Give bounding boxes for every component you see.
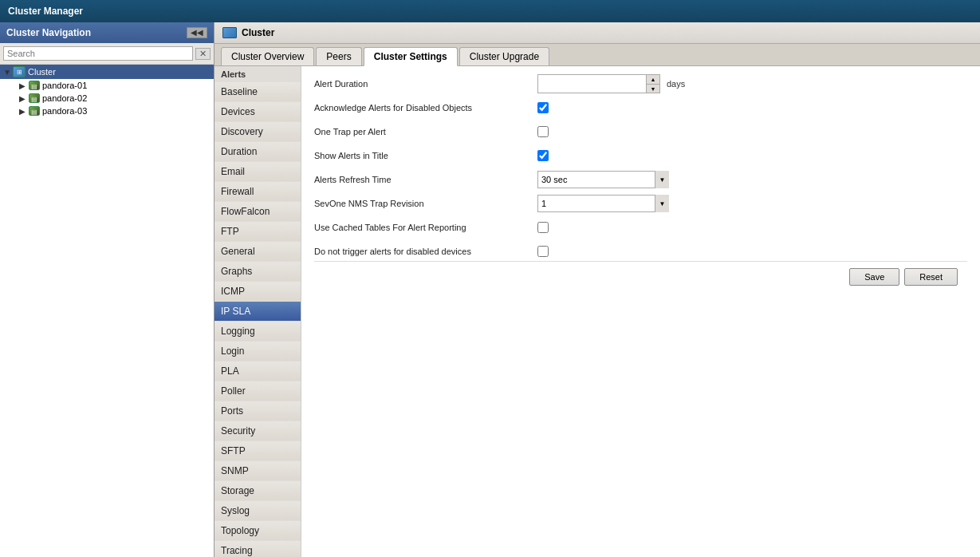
trap-revision-select[interactable]: 1 2 3 [537, 195, 669, 212]
show-alerts-title-label: Show Alerts in Title [314, 151, 537, 160]
main-panel: Alerts Baseline Devices Discovery Durati… [214, 66, 980, 557]
cluster-icon: ⊞ [13, 66, 26, 77]
acknowledge-alerts-checkbox[interactable] [537, 102, 549, 113]
search-input[interactable] [3, 46, 193, 61]
no-trigger-disabled-control [537, 246, 549, 257]
tree-container: ▼ ⊞ Cluster ▶ ▤ pandora-01 ▶ ▤ pandora-0… [0, 65, 214, 557]
sidebar-collapse-button[interactable]: ◀◀ [187, 27, 207, 38]
show-alerts-title-row: Show Alerts in Title [314, 146, 967, 165]
app-title: Cluster Manager [8, 6, 83, 17]
alerts-refresh-select[interactable]: 10 sec 30 sec 1 min 5 min [537, 171, 669, 188]
spinner-down-button[interactable]: ▼ [647, 84, 659, 93]
alert-duration-spinner: 365 ▲ ▼ [537, 74, 660, 93]
tree-label-cluster: Cluster [28, 67, 56, 77]
cached-tables-label: Use Cached Tables For Alert Reporting [314, 223, 537, 232]
alerts-refresh-row: Alerts Refresh Time 10 sec 30 sec 1 min … [314, 170, 967, 189]
show-alerts-title-checkbox[interactable] [537, 150, 549, 161]
action-bar: Save Reset [314, 261, 967, 292]
alert-duration-input[interactable]: 365 [538, 75, 646, 93]
sidebar-item-ip-sla[interactable]: IP SLA [214, 302, 301, 322]
sidebar-item-syslog[interactable]: Syslog [214, 501, 301, 521]
alert-duration-control: 365 ▲ ▼ days [537, 74, 685, 93]
tree-label-pandora03: pandora-03 [42, 106, 87, 116]
tab-peers[interactable]: Peers [316, 47, 361, 65]
sidebar-item-ftp[interactable]: FTP [214, 222, 301, 242]
trap-revision-control: 1 2 3 ▼ [537, 195, 669, 212]
alerts-refresh-label: Alerts Refresh Time [314, 175, 537, 184]
left-nav: Alerts Baseline Devices Discovery Durati… [214, 66, 301, 557]
tree-toggle-pandora02[interactable]: ▶ [19, 94, 29, 103]
one-trap-checkbox[interactable] [537, 126, 549, 137]
sidebar-item-tracing[interactable]: Tracing [214, 541, 301, 557]
cached-tables-row: Use Cached Tables For Alert Reporting [314, 218, 967, 237]
tree-toggle-pandora01[interactable]: ▶ [19, 81, 29, 90]
server-icon-pandora03: ▤ [29, 106, 40, 116]
content-header: Cluster [214, 22, 980, 44]
tree-item-pandora02[interactable]: ▶ ▤ pandora-02 [16, 92, 214, 105]
sidebar-item-ports[interactable]: Ports [214, 401, 301, 421]
content-title: Cluster [242, 27, 274, 38]
tab-cluster-upgrade[interactable]: Cluster Upgrade [459, 47, 549, 65]
tree-toggle-pandora03[interactable]: ▶ [19, 107, 29, 116]
acknowledge-alerts-label: Acknowledge Alerts for Disabled Objects [314, 103, 537, 113]
cached-tables-checkbox[interactable] [537, 222, 549, 233]
sidebar-item-topology[interactable]: Topology [214, 521, 301, 541]
title-bar: Cluster Manager [0, 0, 980, 22]
alerts-refresh-select-wrapper: 10 sec 30 sec 1 min 5 min ▼ [537, 171, 669, 188]
trap-revision-label: SevOne NMS Trap Revision [314, 199, 537, 208]
sidebar-item-baseline[interactable]: Baseline [214, 82, 301, 102]
one-trap-control [537, 126, 549, 137]
alert-duration-label: Alert Duration [314, 79, 537, 89]
tabs-bar: Cluster Overview Peers Cluster Settings … [214, 44, 980, 66]
tree-item-pandora03[interactable]: ▶ ▤ pandora-03 [16, 105, 214, 117]
cached-tables-control [537, 222, 549, 233]
sidebar-item-general[interactable]: General [214, 242, 301, 262]
server-icon-pandora01: ▤ [29, 81, 40, 90]
reset-button[interactable]: Reset [904, 268, 958, 286]
tab-cluster-settings[interactable]: Cluster Settings [364, 47, 458, 66]
sidebar-item-discovery[interactable]: Discovery [214, 122, 301, 142]
one-trap-row: One Trap per Alert [314, 122, 967, 141]
save-button[interactable]: Save [849, 268, 899, 286]
sidebar-item-storage[interactable]: Storage [214, 481, 301, 501]
sidebar-item-snmp[interactable]: SNMP [214, 461, 301, 481]
tree-item-pandora01[interactable]: ▶ ▤ pandora-01 [16, 79, 214, 92]
search-clear-button[interactable]: ✕ [195, 48, 211, 60]
spinner-up-button[interactable]: ▲ [647, 75, 659, 84]
tree-label-pandora02: pandora-02 [42, 93, 87, 103]
settings-grid: Alert Duration 365 ▲ ▼ days [314, 74, 967, 261]
tab-cluster-overview[interactable]: Cluster Overview [221, 47, 314, 65]
trap-revision-select-wrapper: 1 2 3 ▼ [537, 195, 669, 212]
server-icon-pandora02: ▤ [29, 93, 40, 103]
tree-children: ▶ ▤ pandora-01 ▶ ▤ pandora-02 ▶ ▤ pandor… [0, 79, 214, 117]
sidebar-item-flowfalcon[interactable]: FlowFalcon [214, 202, 301, 222]
alert-duration-row: Alert Duration 365 ▲ ▼ days [314, 74, 967, 93]
no-trigger-disabled-label: Do not trigger alerts for disabled devic… [314, 247, 537, 256]
sidebar-item-sftp[interactable]: SFTP [214, 441, 301, 461]
sidebar-item-pla[interactable]: PLA [214, 361, 301, 381]
sidebar-title: Cluster Navigation [6, 27, 91, 38]
sidebar-item-firewall[interactable]: Firewall [214, 182, 301, 202]
cluster-header-icon [222, 27, 237, 38]
show-alerts-title-control [537, 150, 549, 161]
sidebar-item-logging[interactable]: Logging [214, 322, 301, 342]
tree-toggle-cluster[interactable]: ▼ [3, 68, 13, 77]
sidebar-item-email[interactable]: Email [214, 162, 301, 182]
trap-revision-row: SevOne NMS Trap Revision 1 2 3 ▼ [314, 194, 967, 213]
left-nav-section-title: Alerts [214, 66, 301, 82]
sidebar-item-graphs[interactable]: Graphs [214, 262, 301, 282]
acknowledge-alerts-control [537, 102, 549, 113]
no-trigger-disabled-checkbox[interactable] [537, 246, 549, 257]
spinner-buttons: ▲ ▼ [646, 75, 659, 93]
sidebar-item-duration[interactable]: Duration [214, 142, 301, 162]
sidebar-item-poller[interactable]: Poller [214, 381, 301, 401]
tree-item-cluster[interactable]: ▼ ⊞ Cluster [0, 65, 214, 79]
sidebar-item-security[interactable]: Security [214, 421, 301, 441]
sidebar-item-devices[interactable]: Devices [214, 102, 301, 122]
sidebar-item-icmp[interactable]: ICMP [214, 282, 301, 302]
no-trigger-disabled-row: Do not trigger alerts for disabled devic… [314, 242, 967, 261]
content-area: Cluster Cluster Overview Peers Cluster S… [214, 22, 980, 557]
search-bar: ✕ [0, 43, 214, 65]
sidebar-item-login[interactable]: Login [214, 342, 301, 361]
alert-duration-unit: days [667, 79, 685, 89]
